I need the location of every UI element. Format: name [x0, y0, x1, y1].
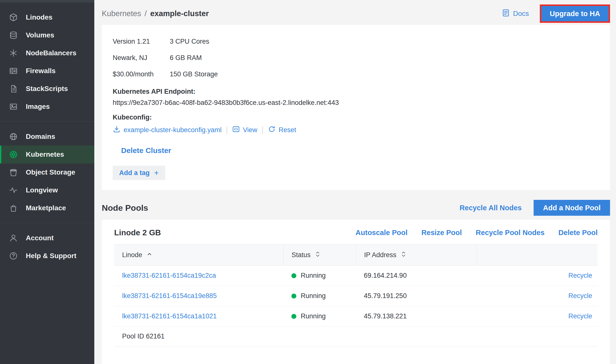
node-pools-actions: Recycle All Nodes Add a Node Pool	[460, 200, 610, 216]
status-label: Running	[301, 312, 326, 320]
delete-pool-link[interactable]: Delete Pool	[558, 229, 598, 237]
recycle-node-link[interactable]: Recycle	[568, 312, 592, 320]
kubeconfig-download-link[interactable]: example-cluster-kubeconfig.yaml	[113, 125, 222, 135]
node-pool-card: Linode 2 GB Autoscale Pool Resize Pool R…	[102, 220, 610, 364]
person-icon	[8, 233, 18, 243]
spec-row: Version 1.21 3 CPU Cores	[113, 33, 599, 50]
view-kubeconfig-link[interactable]: View	[232, 125, 257, 135]
sidebar-item-label: Account	[26, 234, 54, 242]
recycle-node-link[interactable]: Recycle	[568, 272, 592, 279]
spec-version: Version 1.21	[113, 38, 170, 45]
api-endpoint-url: https://9e2a7307-b6ac-408f-ba62-9483b0b3…	[113, 99, 599, 107]
sidebar-item-label: Longview	[26, 186, 58, 194]
docs-link[interactable]: Docs	[502, 9, 529, 19]
sidebar-item-object-storage[interactable]: Object Storage	[0, 163, 94, 181]
cluster-specs: Version 1.21 3 CPU Cores Newark, NJ 6 GB…	[113, 33, 599, 82]
chevron-up-icon	[146, 251, 153, 259]
sidebar-item-firewalls[interactable]: Firewalls	[0, 62, 94, 80]
header-actions: Docs Upgrade to HA	[502, 4, 610, 23]
docs-label: Docs	[513, 10, 529, 18]
node-link[interactable]: lke38731-62161-6154ca19e885	[114, 292, 283, 300]
add-tag-label: Add a tag	[119, 169, 150, 177]
column-header-actions	[477, 244, 598, 265]
plus-icon: +	[154, 168, 159, 178]
spec-storage: 150 GB Storage	[170, 70, 218, 78]
divider	[262, 126, 263, 134]
page-header: Kubernetes / example-cluster Docs Upgrad…	[102, 5, 610, 22]
table-row: lke38731-62161-6154ca19e885 Running 45.7…	[114, 286, 598, 306]
status-dot-running	[291, 314, 296, 319]
table-row: lke38731-62161-6154ca19c2ca Running 69.1…	[114, 266, 598, 286]
breadcrumb-section[interactable]: Kubernetes	[102, 9, 141, 18]
sidebar-item-linodes[interactable]: Linodes	[0, 8, 94, 26]
status-dot-running	[291, 273, 296, 278]
node-link[interactable]: lke38731-62161-6154ca1a1021	[114, 312, 283, 320]
breadcrumb-cluster-name: example-cluster	[150, 9, 209, 18]
add-tag-button[interactable]: Add a tag +	[113, 166, 165, 180]
sidebar-item-label: Domains	[26, 133, 55, 141]
sidebar-item-label: Linodes	[26, 13, 52, 21]
spec-region: Newark, NJ	[113, 54, 170, 62]
node-pools-title: Node Pools	[102, 203, 148, 213]
sidebar-item-longview[interactable]: Longview	[0, 181, 94, 199]
add-node-pool-button[interactable]: Add a Node Pool	[534, 200, 610, 216]
sidebar: Linodes Volumes NodeBalancers Firewalls …	[0, 0, 94, 364]
node-pools-header: Node Pools Recycle All Nodes Add a Node …	[102, 200, 610, 216]
delete-cluster-button[interactable]: Delete Cluster	[121, 146, 171, 155]
sidebar-item-label: Firewalls	[26, 67, 56, 75]
autoscale-pool-link[interactable]: Autoscale Pool	[356, 229, 408, 237]
sidebar-item-volumes[interactable]: Volumes	[0, 26, 94, 44]
reset-kubeconfig-link[interactable]: Reset	[268, 125, 296, 135]
sidebar-item-nodebalancers[interactable]: NodeBalancers	[0, 44, 94, 62]
sidebar-top-strip	[0, 0, 94, 2]
node-status: Running	[283, 312, 356, 320]
recycle-node-link[interactable]: Recycle	[568, 292, 592, 300]
cluster-summary-card: Version 1.21 3 CPU Cores Newark, NJ 6 GB…	[102, 25, 610, 190]
spec-cpu: 3 CPU Cores	[170, 38, 209, 45]
globe-icon	[8, 132, 18, 142]
recycle-pool-nodes-link[interactable]: Recycle Pool Nodes	[476, 229, 545, 237]
main-content: Kubernetes / example-cluster Docs Upgrad…	[94, 0, 616, 364]
resize-pool-link[interactable]: Resize Pool	[421, 229, 462, 237]
pool-header: Linode 2 GB Autoscale Pool Resize Pool R…	[114, 228, 598, 237]
sort-chevrons-icon	[400, 250, 407, 260]
bucket-icon	[8, 167, 18, 177]
breadcrumb-separator: /	[145, 9, 147, 18]
sidebar-item-kubernetes[interactable]: Kubernetes	[0, 146, 94, 163]
sidebar-item-images[interactable]: Images	[0, 98, 94, 116]
column-header-linode[interactable]: Linode	[114, 244, 283, 265]
shopping-bag-icon	[8, 203, 18, 213]
pool-actions: Autoscale Pool Resize Pool Recycle Pool …	[356, 229, 598, 237]
column-header-status[interactable]: Status	[283, 244, 356, 265]
node-ip: 45.79.191.250	[356, 292, 477, 300]
docs-icon	[502, 9, 510, 19]
sidebar-item-stackscripts[interactable]: StackScripts	[0, 80, 94, 98]
sidebar-divider	[0, 121, 94, 122]
reset-label: Reset	[279, 126, 296, 134]
view-label: View	[243, 126, 257, 134]
nodebalancer-icon	[8, 48, 18, 58]
sidebar-item-domains[interactable]: Domains	[0, 128, 94, 146]
reset-icon	[268, 125, 276, 135]
sidebar-item-marketplace[interactable]: Marketplace	[0, 199, 94, 217]
sidebar-item-account[interactable]: Account	[0, 229, 94, 247]
kubernetes-icon	[8, 150, 18, 159]
sidebar-item-help-support[interactable]: Help & Support	[0, 247, 94, 265]
column-header-ip-address[interactable]: IP Address	[356, 244, 477, 265]
node-link[interactable]: lke38731-62161-6154ca19c2ca	[114, 272, 283, 279]
node-ip: 45.79.138.221	[356, 312, 477, 320]
status-label: Running	[301, 272, 326, 279]
volumes-icon	[8, 30, 18, 40]
sidebar-item-label: Kubernetes	[26, 151, 64, 158]
column-label: Linode	[122, 251, 142, 259]
recycle-all-nodes-link[interactable]: Recycle All Nodes	[460, 204, 522, 212]
column-label: IP Address	[364, 251, 396, 259]
sidebar-item-label: Marketplace	[26, 204, 66, 212]
question-icon	[8, 251, 18, 261]
table-header-row: Linode Status IP Address	[114, 244, 598, 266]
annotation-highlight-box: Upgrade to HA	[540, 4, 610, 23]
upgrade-to-ha-button[interactable]: Upgrade to HA	[541, 6, 609, 21]
pool-id-footer: Pool ID 62161	[114, 327, 598, 346]
sidebar-item-label: Volumes	[26, 31, 54, 39]
stackscript-icon	[8, 84, 18, 94]
